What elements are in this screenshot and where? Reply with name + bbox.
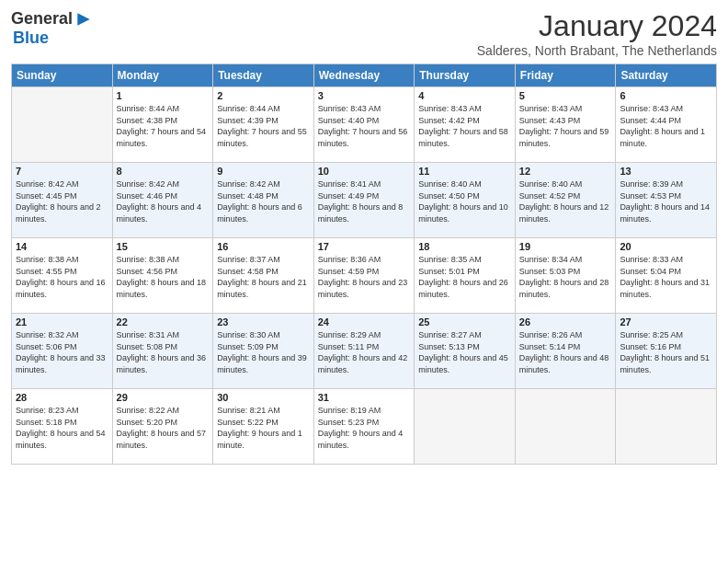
day-number: 1 (117, 90, 210, 101)
day-number: 5 (519, 90, 612, 101)
table-cell: 13Sunrise: 8:39 AMSunset: 4:53 PMDayligh… (616, 163, 717, 238)
week-row-3: 14Sunrise: 8:38 AMSunset: 4:55 PMDayligh… (12, 238, 717, 314)
table-cell: 15Sunrise: 8:38 AMSunset: 4:56 PMDayligh… (112, 238, 213, 314)
table-cell: 12Sunrise: 8:40 AMSunset: 4:52 PMDayligh… (515, 163, 616, 238)
day-number: 23 (217, 316, 310, 327)
week-row-1: 1Sunrise: 8:44 AMSunset: 4:38 PMDaylight… (12, 87, 717, 163)
day-info: Sunrise: 8:42 AMSunset: 4:46 PMDaylight:… (117, 178, 210, 224)
day-info: Sunrise: 8:21 AMSunset: 5:22 PMDaylight:… (217, 405, 310, 451)
day-info: Sunrise: 8:26 AMSunset: 5:14 PMDaylight:… (519, 329, 612, 375)
table-cell: 22Sunrise: 8:31 AMSunset: 5:08 PMDayligh… (112, 314, 213, 389)
day-number: 25 (418, 316, 511, 327)
day-number: 8 (117, 166, 210, 177)
day-info: Sunrise: 8:40 AMSunset: 4:50 PMDaylight:… (418, 178, 511, 224)
day-info: Sunrise: 8:22 AMSunset: 5:20 PMDaylight:… (117, 405, 210, 451)
table-cell: 17Sunrise: 8:36 AMSunset: 4:59 PMDayligh… (313, 238, 415, 314)
day-info: Sunrise: 8:43 AMSunset: 4:42 PMDaylight:… (418, 103, 511, 149)
day-info: Sunrise: 8:44 AMSunset: 4:38 PMDaylight:… (117, 103, 210, 149)
table-cell: 11Sunrise: 8:40 AMSunset: 4:50 PMDayligh… (415, 163, 516, 238)
col-wednesday: Wednesday (313, 64, 415, 87)
day-info: Sunrise: 8:43 AMSunset: 4:43 PMDaylight:… (519, 103, 612, 149)
table-cell: 4Sunrise: 8:43 AMSunset: 4:42 PMDaylight… (415, 87, 516, 163)
day-info: Sunrise: 8:36 AMSunset: 4:59 PMDaylight:… (318, 254, 411, 300)
table-cell (616, 389, 717, 465)
day-number: 20 (620, 241, 712, 252)
col-friday: Friday (515, 64, 616, 87)
day-number: 10 (318, 166, 411, 177)
table-cell: 16Sunrise: 8:37 AMSunset: 4:58 PMDayligh… (213, 238, 314, 314)
table-cell: 5Sunrise: 8:43 AMSunset: 4:43 PMDaylight… (515, 87, 616, 163)
table-cell: 1Sunrise: 8:44 AMSunset: 4:38 PMDaylight… (112, 87, 213, 163)
day-info: Sunrise: 8:44 AMSunset: 4:39 PMDaylight:… (217, 103, 310, 149)
calendar-table: Sunday Monday Tuesday Wednesday Thursday… (11, 63, 717, 465)
col-tuesday: Tuesday (213, 64, 314, 87)
day-number: 30 (217, 392, 310, 403)
week-row-2: 7Sunrise: 8:42 AMSunset: 4:45 PMDaylight… (12, 163, 717, 238)
table-cell: 30Sunrise: 8:21 AMSunset: 5:22 PMDayligh… (213, 389, 314, 465)
month-title: January 2024 (477, 9, 717, 43)
table-cell: 27Sunrise: 8:25 AMSunset: 5:16 PMDayligh… (616, 314, 717, 389)
table-cell: 20Sunrise: 8:33 AMSunset: 5:04 PMDayligh… (616, 238, 717, 314)
day-number: 7 (16, 166, 108, 177)
day-number: 24 (318, 316, 411, 327)
table-cell: 26Sunrise: 8:26 AMSunset: 5:14 PMDayligh… (515, 314, 616, 389)
day-number: 12 (519, 166, 612, 177)
week-row-4: 21Sunrise: 8:32 AMSunset: 5:06 PMDayligh… (12, 314, 717, 389)
table-cell: 7Sunrise: 8:42 AMSunset: 4:45 PMDaylight… (12, 163, 113, 238)
week-row-5: 28Sunrise: 8:23 AMSunset: 5:18 PMDayligh… (12, 389, 717, 465)
header-row: Sunday Monday Tuesday Wednesday Thursday… (12, 64, 717, 87)
day-info: Sunrise: 8:27 AMSunset: 5:13 PMDaylight:… (418, 329, 511, 375)
col-sunday: Sunday (12, 64, 113, 87)
table-cell: 23Sunrise: 8:30 AMSunset: 5:09 PMDayligh… (213, 314, 314, 389)
logo: General Blue (11, 9, 93, 48)
day-info: Sunrise: 8:37 AMSunset: 4:58 PMDaylight:… (217, 254, 310, 300)
table-cell: 2Sunrise: 8:44 AMSunset: 4:39 PMDaylight… (213, 87, 314, 163)
day-info: Sunrise: 8:41 AMSunset: 4:49 PMDaylight:… (318, 178, 411, 224)
table-cell: 28Sunrise: 8:23 AMSunset: 5:18 PMDayligh… (12, 389, 113, 465)
day-number: 29 (117, 392, 210, 403)
title-section: January 2024 Salderes, North Brabant, Th… (477, 9, 717, 58)
table-cell: 25Sunrise: 8:27 AMSunset: 5:13 PMDayligh… (415, 314, 516, 389)
table-cell (515, 389, 616, 465)
day-info: Sunrise: 8:25 AMSunset: 5:16 PMDaylight:… (620, 329, 712, 375)
page-container: General Blue January 2024 Salderes, Nort… (0, 0, 728, 472)
col-monday: Monday (112, 64, 213, 87)
subtitle: Salderes, North Brabant, The Netherlands (477, 43, 717, 58)
table-cell: 3Sunrise: 8:43 AMSunset: 4:40 PMDaylight… (313, 87, 415, 163)
table-cell: 21Sunrise: 8:32 AMSunset: 5:06 PMDayligh… (12, 314, 113, 389)
col-saturday: Saturday (616, 64, 717, 87)
logo-icon (74, 10, 93, 29)
day-info: Sunrise: 8:38 AMSunset: 4:55 PMDaylight:… (16, 254, 108, 300)
table-cell: 29Sunrise: 8:22 AMSunset: 5:20 PMDayligh… (112, 389, 213, 465)
day-info: Sunrise: 8:33 AMSunset: 5:04 PMDaylight:… (620, 254, 712, 300)
day-number: 27 (620, 316, 712, 327)
table-cell: 8Sunrise: 8:42 AMSunset: 4:46 PMDaylight… (112, 163, 213, 238)
table-cell: 10Sunrise: 8:41 AMSunset: 4:49 PMDayligh… (313, 163, 415, 238)
day-info: Sunrise: 8:43 AMSunset: 4:40 PMDaylight:… (318, 103, 411, 149)
table-cell: 19Sunrise: 8:34 AMSunset: 5:03 PMDayligh… (515, 238, 616, 314)
day-number: 22 (117, 316, 210, 327)
day-number: 15 (117, 241, 210, 252)
day-number: 3 (318, 90, 411, 101)
header: General Blue January 2024 Salderes, Nort… (11, 9, 717, 58)
day-number: 13 (620, 166, 712, 177)
table-cell: 9Sunrise: 8:42 AMSunset: 4:48 PMDaylight… (213, 163, 314, 238)
day-number: 9 (217, 166, 310, 177)
day-info: Sunrise: 8:34 AMSunset: 5:03 PMDaylight:… (519, 254, 612, 300)
table-cell: 6Sunrise: 8:43 AMSunset: 4:44 PMDaylight… (616, 87, 717, 163)
logo-general-text: General (11, 9, 73, 29)
logo-blue-text: Blue (11, 29, 49, 47)
day-number: 19 (519, 241, 612, 252)
table-cell: 14Sunrise: 8:38 AMSunset: 4:55 PMDayligh… (12, 238, 113, 314)
table-cell: 18Sunrise: 8:35 AMSunset: 5:01 PMDayligh… (415, 238, 516, 314)
table-cell (12, 87, 113, 163)
day-info: Sunrise: 8:43 AMSunset: 4:44 PMDaylight:… (620, 103, 712, 149)
day-number: 21 (16, 316, 108, 327)
day-number: 16 (217, 241, 310, 252)
day-number: 11 (418, 166, 511, 177)
table-cell: 24Sunrise: 8:29 AMSunset: 5:11 PMDayligh… (313, 314, 415, 389)
day-info: Sunrise: 8:42 AMSunset: 4:48 PMDaylight:… (217, 178, 310, 224)
table-cell (415, 389, 516, 465)
day-info: Sunrise: 8:29 AMSunset: 5:11 PMDaylight:… (318, 329, 411, 375)
day-number: 31 (318, 392, 411, 403)
